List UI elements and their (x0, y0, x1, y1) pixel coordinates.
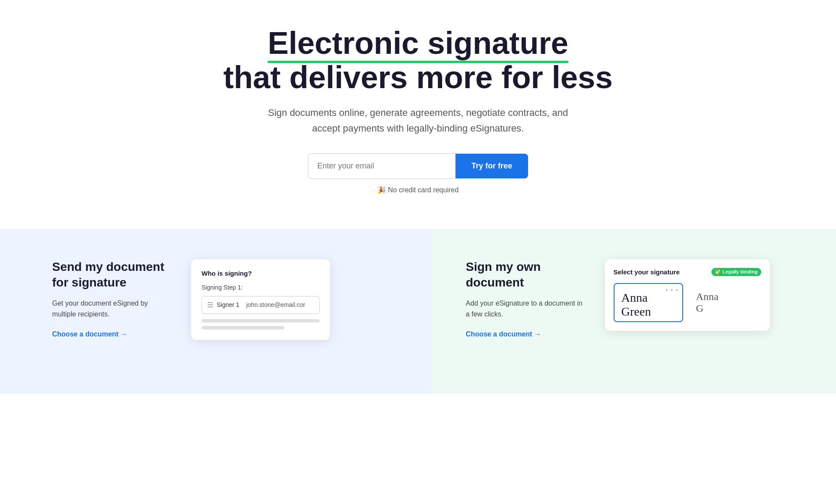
signature-cursive-1: Anna Green (621, 291, 675, 319)
hero-title-line1: Electronic signature (268, 26, 568, 60)
legally-binding-text: Legally binding (723, 269, 758, 274)
signer-menu-icon: ☰ (207, 301, 213, 309)
check-icon: ✅ (715, 269, 721, 275)
sig-options: • • • Anna Green Anna G (614, 283, 761, 322)
sign-card-link[interactable]: Choose a document → (466, 330, 541, 338)
signature-cursive-2: Anna G (696, 291, 724, 314)
signer-email: john.stone@email.cor (246, 301, 305, 308)
send-card-desc: Get your document eSigned by multiple re… (52, 298, 174, 320)
signer-row: ☰ Signer 1 john.stone@email.cor (202, 296, 320, 314)
sign-card-heading: Sign my own document (466, 259, 588, 291)
no-credit-card-text: 🎉 No credit card required (166, 186, 670, 194)
sign-card-desc: Add your eSignature to a document in a f… (466, 298, 588, 320)
email-form: Try for free (166, 153, 670, 179)
signing-step-label: Signing Step 1: (202, 284, 320, 291)
sign-own-document-card: Sign my own document Add your eSignature… (431, 229, 836, 394)
signer-name: Signer 1 (217, 301, 243, 308)
placeholder-lines (202, 319, 320, 329)
signature-preview-card: Select your signature ✅ Legally binding … (605, 259, 770, 331)
placeholder-line-2 (202, 326, 284, 329)
hero-title: Electronic signature that delivers more … (166, 26, 670, 95)
send-card-preview: Who is signing? Signing Step 1: ☰ Signer… (191, 259, 330, 340)
send-card-heading: Send my document for signature (52, 259, 174, 291)
placeholder-line-1 (202, 319, 320, 323)
hero-title-line2: that delivers more for less (223, 60, 612, 95)
signature-option-selected[interactable]: • • • Anna Green (614, 283, 683, 322)
cards-section: Send my document for signature Get your … (0, 229, 836, 394)
send-card-link[interactable]: Choose a document → (52, 330, 127, 338)
send-document-card: Send my document for signature Get your … (0, 229, 431, 394)
email-input[interactable] (308, 153, 456, 179)
hero-subtitle: Sign documents online, generate agreemen… (266, 105, 570, 135)
legally-binding-badge: ✅ Legally binding (711, 268, 761, 276)
sign-card-text: Sign my own document Add your eSignature… (466, 255, 588, 338)
send-card-text: Send my document for signature Get your … (52, 255, 174, 338)
sig-preview-title: Select your signature (614, 268, 680, 276)
signature-option-unselected[interactable]: Anna G (688, 283, 732, 322)
preview-who-signing-title: Who is signing? (202, 270, 320, 277)
try-for-free-button[interactable]: Try for free (456, 154, 528, 178)
hero-section: Electronic signature that delivers more … (158, 0, 679, 229)
sig-preview-header: Select your signature ✅ Legally binding (614, 268, 761, 276)
sig-dots: • • • (666, 287, 678, 293)
